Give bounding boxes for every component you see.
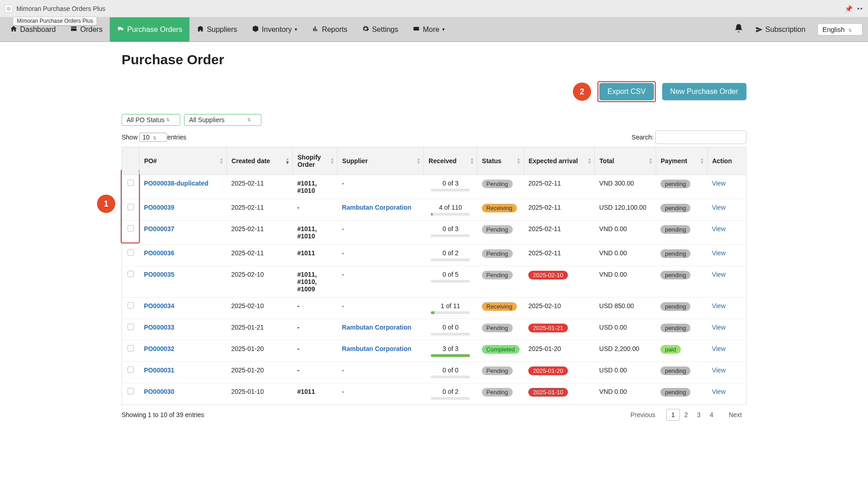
received-progress: 0 of 0	[429, 324, 473, 335]
view-link[interactable]: View	[712, 249, 725, 257]
page-title: Purchase Order	[122, 52, 746, 67]
po-link[interactable]: PO000030	[144, 388, 174, 395]
column-header[interactable]: PO#▲▼	[139, 147, 227, 175]
po-link[interactable]: PO000037	[144, 225, 174, 232]
column-header[interactable]: Status▲▼	[477, 147, 524, 175]
column-header[interactable]: Shopify Order▲▼	[293, 147, 337, 175]
po-link[interactable]: PO000031	[144, 366, 174, 374]
nav-item-reports[interactable]: Reports	[305, 17, 355, 41]
created-date: 2025-02-11	[227, 175, 293, 199]
chevron-updown-icon: ⇅	[153, 136, 157, 140]
eta-date: 2025-02-11	[524, 199, 595, 221]
column-header[interactable]	[122, 147, 139, 175]
view-link[interactable]: View	[712, 324, 725, 331]
status-badge: Completed	[482, 345, 520, 354]
length-select[interactable]: 10 ⇅	[139, 133, 167, 142]
search-label: Search:	[632, 134, 654, 141]
supplier-empty: -	[342, 302, 344, 310]
eta-date: 2025-02-11	[524, 175, 595, 199]
sort-icon: ▲▼	[587, 157, 592, 165]
supplier-link[interactable]: Rambutan Corporation	[342, 324, 411, 331]
pager-page[interactable]: 3	[693, 409, 705, 420]
view-link[interactable]: View	[712, 180, 725, 187]
view-link[interactable]: View	[712, 204, 725, 211]
row-checkbox[interactable]	[128, 249, 134, 256]
column-header[interactable]: Action	[707, 147, 746, 175]
row-checkbox[interactable]	[128, 180, 134, 186]
received-text: 0 of 0	[443, 324, 459, 331]
status-filter-select[interactable]: All PO Status ⇅	[122, 114, 180, 126]
more-icon[interactable]: ••	[857, 5, 863, 12]
row-checkbox[interactable]	[128, 324, 134, 330]
row-checkbox[interactable]	[128, 388, 134, 394]
titlebar: ◎ Mimoran Purchase Orders Plus 📌 •• Mimo…	[0, 0, 868, 17]
column-header[interactable]: Received▲▼	[424, 147, 477, 175]
eta-date: 2025-02-10	[524, 298, 595, 319]
nav-subscription[interactable]: Subscription	[753, 26, 808, 34]
column-header[interactable]: Total▲▼	[595, 147, 656, 175]
pager-next[interactable]: Next	[724, 409, 746, 420]
pin-icon[interactable]: 📌	[845, 5, 853, 12]
po-link[interactable]: PO000036	[144, 249, 174, 257]
pager-page[interactable]: 4	[705, 409, 718, 420]
total-cell: VND 0.00	[595, 221, 656, 245]
po-link[interactable]: PO000039	[144, 204, 174, 211]
row-checkbox[interactable]	[128, 225, 134, 232]
view-link[interactable]: View	[712, 388, 725, 395]
column-header[interactable]: Created date▲▼	[227, 147, 293, 175]
nav-item-purchase-orders[interactable]: Purchase Orders	[110, 17, 189, 41]
pager-previous[interactable]: Previous	[626, 409, 660, 420]
view-link[interactable]: View	[712, 345, 725, 352]
language-select[interactable]: English ⇅	[817, 23, 863, 36]
created-date: 2025-01-10	[227, 383, 293, 405]
column-header[interactable]: Expected arrival▲▼	[524, 147, 595, 175]
pager-page[interactable]: 1	[666, 409, 680, 421]
column-label: Payment	[661, 157, 687, 165]
row-checkbox[interactable]	[128, 345, 134, 351]
supplier-link[interactable]: Rambutan Corporation	[342, 345, 411, 352]
view-link[interactable]: View	[712, 302, 725, 310]
nav-item-label: Purchase Orders	[127, 26, 182, 34]
nav-item-settings[interactable]: Settings	[355, 17, 406, 41]
new-purchase-order-button[interactable]: New Purchase Order	[662, 83, 746, 100]
supplier-filter-select[interactable]: All Suppliers ⇅	[184, 114, 261, 126]
search-input[interactable]	[655, 130, 746, 144]
column-header[interactable]: Supplier▲▼	[337, 147, 424, 175]
column-header[interactable]: Payment▲▼	[656, 147, 707, 175]
payment-badge: pending	[660, 388, 690, 397]
supplier-link[interactable]: Rambutan Corporation	[342, 204, 411, 211]
row-checkbox[interactable]	[128, 366, 134, 373]
po-link[interactable]: PO000032	[144, 345, 174, 352]
payment-badge: pending	[660, 271, 690, 279]
eta-overdue-badge: 2025-01-21	[528, 324, 568, 332]
notifications-icon[interactable]	[734, 23, 744, 36]
po-link[interactable]: PO000033	[144, 324, 174, 331]
received-text: 0 of 2	[443, 249, 459, 257]
view-link[interactable]: View	[712, 271, 725, 278]
table-row: PO0000322025-01-20-Rambutan Corporation3…	[122, 341, 746, 362]
payment-badge: pending	[660, 180, 690, 188]
row-checkbox[interactable]	[128, 271, 134, 277]
row-checkbox[interactable]	[128, 204, 134, 210]
main-nav: DashboardOrdersPurchase OrdersSuppliersI…	[0, 17, 868, 42]
po-link[interactable]: PO000034	[144, 302, 174, 310]
nav-item-inventory[interactable]: Inventory▾	[245, 17, 305, 41]
view-link[interactable]: View	[712, 225, 725, 232]
sort-icon: ▲▼	[700, 157, 705, 165]
po-link[interactable]: PO000035	[144, 271, 174, 278]
po-link[interactable]: PO000038-duplicated	[144, 180, 209, 187]
nav-item-suppliers[interactable]: Suppliers	[189, 17, 245, 41]
view-link[interactable]: View	[712, 366, 725, 374]
pager-page[interactable]: 2	[680, 409, 693, 420]
supplier-empty: -	[342, 180, 344, 187]
column-label: PO#	[144, 157, 157, 165]
shopify-order: #1011, #1010	[293, 175, 337, 199]
sort-icon: ▲▼	[470, 157, 474, 165]
nav-item-more[interactable]: More▾	[405, 17, 452, 41]
chevron-updown-icon: ⇅	[848, 28, 852, 33]
total-cell: VND 300.00	[595, 175, 656, 199]
row-checkbox[interactable]	[128, 302, 134, 309]
nav-subscription-label: Subscription	[766, 26, 806, 34]
shopify-order: -	[293, 298, 337, 319]
export-csv-button[interactable]: Export CSV	[599, 83, 654, 100]
